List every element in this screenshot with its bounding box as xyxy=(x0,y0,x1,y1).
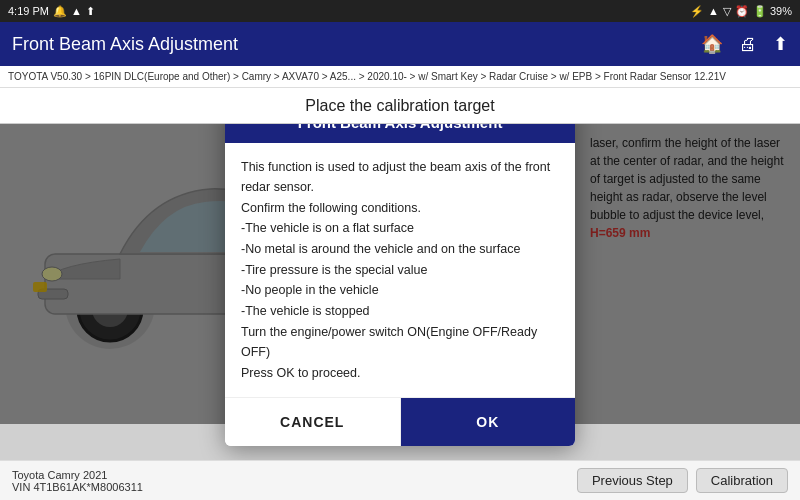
main-content: laser, confirm the height of the laser a… xyxy=(0,124,800,460)
breadcrumb-version: 12.21V xyxy=(691,71,725,82)
status-bar-right: ⚡ ▲ ▽ ⏰ 🔋 39% xyxy=(690,5,792,18)
modal-header: Front Beam Axis Adjustment xyxy=(225,124,575,143)
calibration-button[interactable]: Calibration xyxy=(696,468,788,493)
notification-icon: 🔔 xyxy=(53,5,67,18)
home-icon[interactable]: 🏠 xyxy=(701,33,723,55)
battery-display: 🔋 39% xyxy=(753,5,792,18)
print-icon[interactable]: 🖨 xyxy=(739,34,757,55)
modal-footer: CANCEL OK xyxy=(225,397,575,446)
bluetooth-icon: ⚡ xyxy=(690,5,704,18)
modal-title: Front Beam Axis Adjustment xyxy=(298,124,503,131)
modal-overlay: Front Beam Axis Adjustment This function… xyxy=(0,124,800,424)
vehicle-info: Toyota Camry 2021 VIN 4T1B61AK*M8006311 xyxy=(12,469,143,493)
ok-button[interactable]: OK xyxy=(401,398,576,446)
calibration-label: Place the calibration target xyxy=(0,88,800,124)
signal-icon: ▲ xyxy=(71,5,82,17)
status-bar-left: 4:19 PM 🔔 ▲ ⬆ xyxy=(8,5,95,18)
wifi-icon: ▲ xyxy=(708,5,719,17)
gps-icon: ▽ xyxy=(723,5,731,18)
page-title: Front Beam Axis Adjustment xyxy=(12,34,238,55)
time-display: 4:19 PM xyxy=(8,5,49,17)
modal-dialog: Front Beam Axis Adjustment This function… xyxy=(225,124,575,446)
cancel-button[interactable]: CANCEL xyxy=(225,398,401,446)
previous-step-button[interactable]: Previous Step xyxy=(577,468,688,493)
bottom-bar-right: Previous Step Calibration xyxy=(577,468,788,493)
status-bar: 4:19 PM 🔔 ▲ ⬆ ⚡ ▲ ▽ ⏰ 🔋 39% xyxy=(0,0,800,22)
bottom-bar: Toyota Camry 2021 VIN 4T1B61AK*M8006311 … xyxy=(0,460,800,500)
header: Front Beam Axis Adjustment 🏠 🖨 ⬆ xyxy=(0,22,800,66)
vehicle-name: Toyota Camry 2021 xyxy=(12,469,143,481)
breadcrumb-text: TOYOTA V50.30 > 16PIN DLC(Europe and Oth… xyxy=(8,71,691,82)
export-icon[interactable]: ⬆ xyxy=(773,33,788,55)
modal-body: This function is used to adjust the beam… xyxy=(225,143,575,398)
alarm-icon: ⏰ xyxy=(735,5,749,18)
modal-body-text: This function is used to adjust the beam… xyxy=(241,160,550,380)
header-icons: 🏠 🖨 ⬆ xyxy=(701,33,788,55)
breadcrumb: TOYOTA V50.30 > 16PIN DLC(Europe and Oth… xyxy=(0,66,800,88)
data-icon: ⬆ xyxy=(86,5,95,18)
vin-display: VIN 4T1B61AK*M8006311 xyxy=(12,481,143,493)
